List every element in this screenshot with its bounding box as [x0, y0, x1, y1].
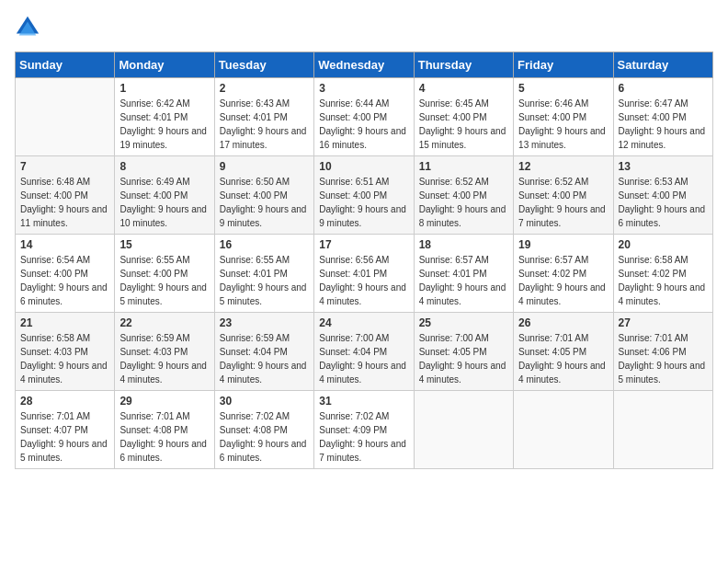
day-info: Sunrise: 7:01 AMSunset: 4:06 PMDaylight:…: [619, 331, 708, 386]
day-number: 4: [419, 82, 508, 95]
day-info: Sunrise: 6:53 AMSunset: 4:00 PMDaylight:…: [619, 175, 708, 230]
day-number: 26: [518, 316, 608, 329]
calendar-cell: [514, 391, 613, 469]
day-number: 15: [119, 238, 209, 251]
day-info: Sunrise: 6:58 AMSunset: 4:02 PMDaylight:…: [619, 253, 708, 308]
calendar-cell: [613, 391, 712, 469]
calendar-cell: 24 Sunrise: 7:00 AMSunset: 4:04 PMDaylig…: [314, 313, 414, 391]
day-number: 25: [419, 316, 508, 329]
calendar-cell: 6 Sunrise: 6:47 AMSunset: 4:00 PMDayligh…: [613, 78, 712, 156]
day-info: Sunrise: 6:46 AMSunset: 4:00 PMDaylight:…: [518, 97, 608, 152]
calendar-cell: 12 Sunrise: 6:52 AMSunset: 4:00 PMDaylig…: [514, 156, 613, 235]
calendar-cell: 22 Sunrise: 6:59 AMSunset: 4:03 PMDaylig…: [115, 313, 214, 391]
day-info: Sunrise: 7:01 AMSunset: 4:05 PMDaylight:…: [518, 331, 608, 386]
day-info: Sunrise: 6:44 AMSunset: 4:00 PMDaylight:…: [319, 97, 408, 152]
calendar-cell: 14 Sunrise: 6:54 AMSunset: 4:00 PMDaylig…: [16, 235, 115, 313]
day-number: 1: [119, 82, 209, 95]
day-number: 21: [20, 316, 109, 329]
calendar-header-sunday: Sunday: [16, 52, 115, 78]
day-number: 19: [518, 238, 608, 251]
day-number: 16: [220, 238, 309, 251]
day-info: Sunrise: 6:56 AMSunset: 4:01 PMDaylight:…: [319, 253, 408, 308]
calendar-cell: 29 Sunrise: 7:01 AMSunset: 4:08 PMDaylig…: [115, 391, 214, 469]
day-info: Sunrise: 6:45 AMSunset: 4:00 PMDaylight:…: [419, 97, 508, 152]
calendar-header-friday: Friday: [514, 52, 613, 78]
day-info: Sunrise: 6:51 AMSunset: 4:00 PMDaylight:…: [319, 175, 408, 230]
calendar-cell: 16 Sunrise: 6:55 AMSunset: 4:01 PMDaylig…: [214, 235, 313, 313]
calendar-header-thursday: Thursday: [414, 52, 513, 78]
day-number: 2: [220, 82, 309, 95]
day-info: Sunrise: 6:48 AMSunset: 4:00 PMDaylight:…: [20, 175, 109, 230]
day-number: 10: [319, 160, 408, 173]
day-number: 7: [20, 160, 109, 173]
calendar-cell: 11 Sunrise: 6:52 AMSunset: 4:00 PMDaylig…: [414, 156, 513, 235]
calendar-cell: 17 Sunrise: 6:56 AMSunset: 4:01 PMDaylig…: [314, 235, 414, 313]
day-info: Sunrise: 7:00 AMSunset: 4:04 PMDaylight:…: [319, 331, 408, 386]
day-info: Sunrise: 6:52 AMSunset: 4:00 PMDaylight:…: [518, 175, 608, 230]
day-info: Sunrise: 6:49 AMSunset: 4:00 PMDaylight:…: [119, 175, 209, 230]
day-number: 23: [220, 316, 309, 329]
day-info: Sunrise: 7:01 AMSunset: 4:07 PMDaylight:…: [20, 409, 109, 465]
calendar-cell: 4 Sunrise: 6:45 AMSunset: 4:00 PMDayligh…: [414, 78, 513, 156]
day-number: 31: [319, 395, 408, 408]
calendar-cell: 18 Sunrise: 6:57 AMSunset: 4:01 PMDaylig…: [414, 235, 513, 313]
day-number: 17: [319, 238, 408, 251]
day-number: 24: [319, 316, 408, 329]
day-info: Sunrise: 6:55 AMSunset: 4:00 PMDaylight:…: [119, 253, 209, 308]
day-number: 18: [419, 238, 508, 251]
calendar-cell: 3 Sunrise: 6:44 AMSunset: 4:00 PMDayligh…: [314, 78, 414, 156]
day-info: Sunrise: 6:57 AMSunset: 4:01 PMDaylight:…: [419, 253, 508, 308]
calendar-cell: 25 Sunrise: 7:00 AMSunset: 4:05 PMDaylig…: [414, 313, 513, 391]
calendar-table: SundayMondayTuesdayWednesdayThursdayFrid…: [15, 52, 713, 469]
calendar-header-wednesday: Wednesday: [314, 52, 414, 78]
day-number: 11: [419, 160, 508, 173]
day-info: Sunrise: 7:02 AMSunset: 4:08 PMDaylight:…: [220, 409, 309, 465]
calendar-header-saturday: Saturday: [613, 52, 712, 78]
day-info: Sunrise: 7:01 AMSunset: 4:08 PMDaylight:…: [119, 409, 209, 465]
day-number: 28: [20, 395, 109, 408]
calendar-cell: 19 Sunrise: 6:57 AMSunset: 4:02 PMDaylig…: [514, 235, 613, 313]
day-number: 27: [619, 316, 708, 329]
calendar-cell: 31 Sunrise: 7:02 AMSunset: 4:09 PMDaylig…: [314, 391, 414, 469]
calendar-week-4: 21 Sunrise: 6:58 AMSunset: 4:03 PMDaylig…: [16, 313, 713, 391]
calendar-cell: 2 Sunrise: 6:43 AMSunset: 4:01 PMDayligh…: [214, 78, 313, 156]
day-info: Sunrise: 6:52 AMSunset: 4:00 PMDaylight:…: [419, 175, 508, 230]
day-number: 3: [319, 82, 408, 95]
calendar-cell: 5 Sunrise: 6:46 AMSunset: 4:00 PMDayligh…: [514, 78, 613, 156]
day-info: Sunrise: 6:47 AMSunset: 4:00 PMDaylight:…: [619, 97, 708, 152]
day-number: 6: [619, 82, 708, 95]
day-info: Sunrise: 6:57 AMSunset: 4:02 PMDaylight:…: [518, 253, 608, 308]
day-number: 14: [20, 238, 109, 251]
day-info: Sunrise: 6:50 AMSunset: 4:00 PMDaylight:…: [220, 175, 309, 230]
calendar-week-1: 1 Sunrise: 6:42 AMSunset: 4:01 PMDayligh…: [16, 78, 713, 156]
day-info: Sunrise: 6:42 AMSunset: 4:01 PMDaylight:…: [119, 97, 209, 152]
calendar-cell: 9 Sunrise: 6:50 AMSunset: 4:00 PMDayligh…: [214, 156, 313, 235]
calendar-cell: 13 Sunrise: 6:53 AMSunset: 4:00 PMDaylig…: [613, 156, 712, 235]
calendar-week-2: 7 Sunrise: 6:48 AMSunset: 4:00 PMDayligh…: [16, 156, 713, 235]
calendar-cell: 1 Sunrise: 6:42 AMSunset: 4:01 PMDayligh…: [115, 78, 214, 156]
page-header: [15, 15, 713, 40]
day-info: Sunrise: 6:55 AMSunset: 4:01 PMDaylight:…: [220, 253, 309, 308]
day-number: 9: [220, 160, 309, 173]
day-number: 29: [119, 395, 209, 408]
calendar-cell: 15 Sunrise: 6:55 AMSunset: 4:00 PMDaylig…: [115, 235, 214, 313]
day-number: 20: [619, 238, 708, 251]
calendar-cell: 26 Sunrise: 7:01 AMSunset: 4:05 PMDaylig…: [514, 313, 613, 391]
calendar-body: 1 Sunrise: 6:42 AMSunset: 4:01 PMDayligh…: [16, 78, 713, 469]
day-info: Sunrise: 6:59 AMSunset: 4:03 PMDaylight:…: [119, 331, 209, 386]
day-info: Sunrise: 6:59 AMSunset: 4:04 PMDaylight:…: [220, 331, 309, 386]
calendar-cell: 27 Sunrise: 7:01 AMSunset: 4:06 PMDaylig…: [613, 313, 712, 391]
logo-icon: [15, 15, 40, 40]
day-info: Sunrise: 7:02 AMSunset: 4:09 PMDaylight:…: [319, 409, 408, 465]
calendar-cell: 10 Sunrise: 6:51 AMSunset: 4:00 PMDaylig…: [314, 156, 414, 235]
logo: [15, 15, 44, 40]
calendar-cell: 21 Sunrise: 6:58 AMSunset: 4:03 PMDaylig…: [16, 313, 115, 391]
calendar-week-5: 28 Sunrise: 7:01 AMSunset: 4:07 PMDaylig…: [16, 391, 713, 469]
calendar-header-monday: Monday: [115, 52, 214, 78]
day-number: 12: [518, 160, 608, 173]
calendar-cell: 30 Sunrise: 7:02 AMSunset: 4:08 PMDaylig…: [214, 391, 313, 469]
calendar-header-tuesday: Tuesday: [214, 52, 313, 78]
calendar-week-3: 14 Sunrise: 6:54 AMSunset: 4:00 PMDaylig…: [16, 235, 713, 313]
calendar-cell: 7 Sunrise: 6:48 AMSunset: 4:00 PMDayligh…: [16, 156, 115, 235]
day-number: 8: [119, 160, 209, 173]
